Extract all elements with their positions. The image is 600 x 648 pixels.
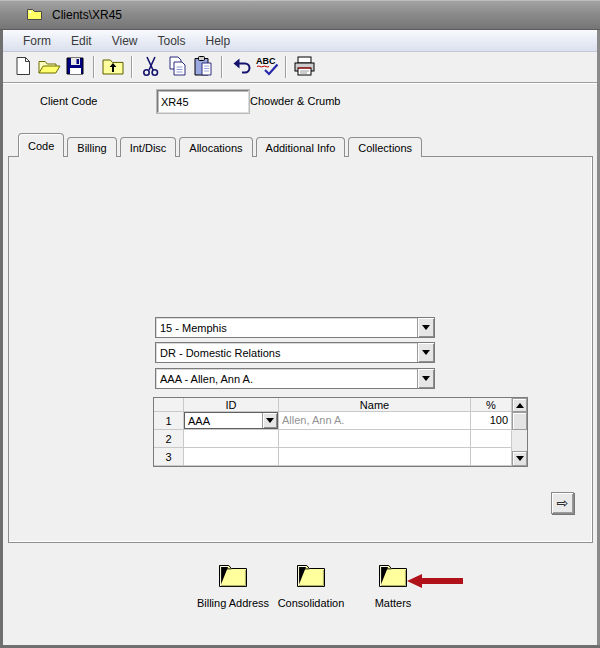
window-folder-icon — [26, 7, 43, 23]
undo-arrow-icon — [230, 55, 252, 79]
open-button[interactable] — [36, 54, 62, 80]
tab-collections[interactable]: Collections — [348, 137, 422, 157]
grid-cell-id-1[interactable]: AAA — [184, 412, 279, 430]
toolbar: ABC — [3, 52, 597, 82]
folder-icon — [216, 560, 250, 592]
up-one-level-button[interactable] — [100, 54, 126, 80]
matters-pointer-arrow — [407, 573, 463, 589]
grid-header-id: ID — [184, 398, 279, 412]
tab-code[interactable]: Code — [18, 133, 64, 157]
grid-cell-name-1[interactable]: Allen, Ann A. — [279, 412, 471, 430]
copy-icon — [166, 55, 188, 79]
toolbar-separator — [93, 56, 95, 78]
toolbar-separator — [221, 56, 223, 78]
office-code-dropdown[interactable]: 15 - Memphis — [155, 317, 435, 338]
toolbar-separator — [131, 56, 133, 78]
title-bar[interactable]: Clients\XR45 — [0, 0, 600, 30]
toolbar-separator — [285, 56, 287, 78]
toolbar-divider — [3, 82, 597, 84]
grid-cell-name-3[interactable] — [279, 448, 471, 466]
shortcut-label: Consolidation — [278, 597, 345, 609]
folder-icon — [294, 560, 328, 592]
menu-tools[interactable]: Tools — [147, 31, 195, 51]
up-one-level-icon — [101, 55, 125, 79]
grid-rownum: 2 — [154, 430, 184, 448]
grid-cell-id-3[interactable] — [184, 448, 279, 466]
next-page-button[interactable]: ⇨ — [551, 492, 574, 514]
shortcut-consolidation[interactable]: Consolidation — [265, 560, 357, 609]
svg-text:ABC: ABC — [256, 56, 276, 66]
chevron-down-icon[interactable] — [417, 369, 434, 388]
spell-check-icon: ABC — [255, 55, 279, 79]
paste-button[interactable] — [190, 54, 216, 80]
orig-timekeeper-grid: ID Name % 1 AAA Allen, Ann A. 100 2 3 — [153, 397, 528, 467]
window-border-left — [0, 28, 3, 648]
app-window: Clients\XR45 Form Edit View Tools Help — [0, 0, 600, 648]
shortcut-label: Matters — [375, 597, 412, 609]
grid-cell-name-2[interactable] — [279, 430, 471, 448]
grid-cell-id-2[interactable] — [184, 430, 279, 448]
new-document-icon — [12, 55, 34, 79]
folder-icon — [376, 560, 410, 592]
save-icon — [64, 55, 86, 79]
window-title: Clients\XR45 — [52, 8, 122, 22]
client-code-input[interactable] — [157, 90, 249, 113]
grid-scrollbar[interactable] — [512, 398, 527, 466]
spell-check-button[interactable]: ABC — [254, 54, 280, 80]
grid-id-combo[interactable]: AAA — [184, 412, 278, 429]
menu-view[interactable]: View — [102, 31, 148, 51]
copy-button[interactable] — [164, 54, 190, 80]
print-icon — [293, 55, 317, 79]
menu-edit[interactable]: Edit — [61, 31, 102, 51]
menu-form[interactable]: Form — [13, 31, 61, 51]
scrollbar-thumb[interactable] — [512, 412, 527, 430]
cut-scissors-icon — [141, 55, 161, 79]
cut-button[interactable] — [138, 54, 164, 80]
print-button[interactable] — [292, 54, 318, 80]
grid-corner-header — [154, 398, 184, 412]
tab-strip: Code Billing Int/Disc Allocations Additi… — [18, 133, 425, 157]
chevron-down-icon[interactable] — [417, 343, 434, 362]
new-document-button[interactable] — [10, 54, 36, 80]
chevron-down-icon[interactable] — [417, 318, 434, 337]
grid-header-name: Name — [279, 398, 471, 412]
grid-cell-pct-3[interactable] — [471, 448, 512, 466]
grid-cell-pct-1[interactable]: 100 — [471, 412, 512, 430]
tab-allocations[interactable]: Allocations — [179, 137, 252, 157]
grid-cell-pct-2[interactable] — [471, 430, 512, 448]
tab-int-disc[interactable]: Int/Disc — [120, 137, 177, 157]
undo-button[interactable] — [228, 54, 254, 80]
save-button[interactable] — [62, 54, 88, 80]
menu-help[interactable]: Help — [196, 31, 241, 51]
tab-billing[interactable]: Billing — [67, 137, 116, 157]
scroll-up-icon[interactable] — [512, 398, 527, 412]
open-folder-icon — [37, 55, 61, 79]
client-name-text: Chowder & Crumb — [250, 95, 340, 107]
shortcut-label: Billing Address — [197, 597, 269, 609]
paste-icon — [192, 55, 214, 79]
grid-header-pct: % — [471, 398, 512, 412]
scroll-down-icon[interactable] — [512, 451, 527, 466]
client-code-label: Client Code — [40, 95, 97, 107]
chevron-down-icon[interactable] — [262, 413, 277, 428]
practice-class-dropdown[interactable]: DR - Domestic Relations — [155, 342, 435, 363]
billing-timekeeper-dropdown[interactable]: AAA - Allen, Ann A. — [155, 368, 435, 389]
menu-bar: Form Edit View Tools Help — [3, 30, 597, 52]
grid-rownum: 1 — [154, 412, 184, 430]
tab-additional-info[interactable]: Additional Info — [256, 137, 346, 157]
grid-rownum: 3 — [154, 448, 184, 466]
